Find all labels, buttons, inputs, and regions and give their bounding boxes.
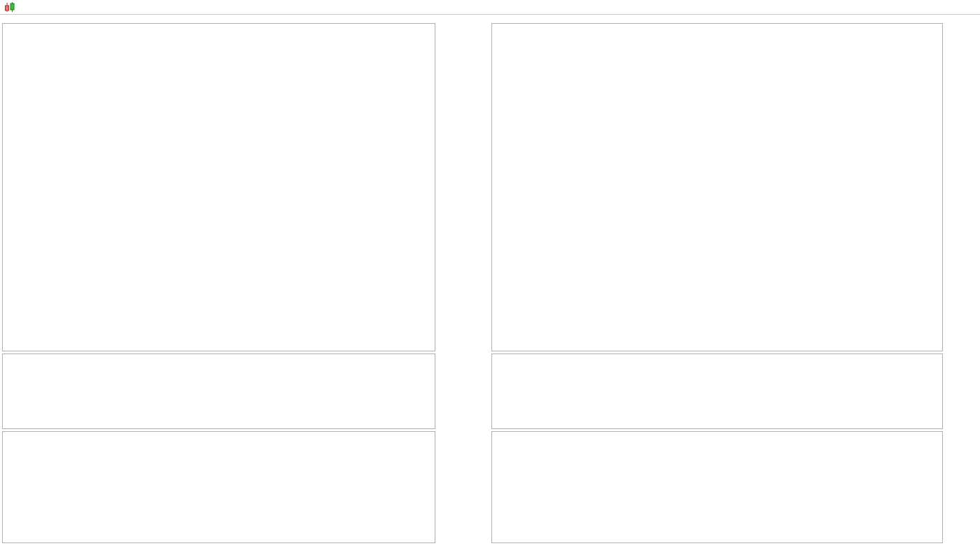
candlestick-logo-icon: [4, 2, 16, 14]
weekly-price-axis[interactable]: [437, 23, 490, 350]
daily-volume-panel: [491, 354, 943, 429]
weekly-price-plot[interactable]: [3, 24, 435, 351]
weekly-volume-axis[interactable]: [437, 354, 490, 428]
daily-volume-plot[interactable]: [492, 354, 942, 428]
timeframe-title-weekly: [0, 14, 490, 23]
header-bar: [0, 0, 980, 15]
instrument-titlebar: [20, 2, 53, 12]
copyright-note: [5, 342, 13, 350]
daily-price-axis[interactable]: [944, 23, 980, 350]
daily-volume-axis[interactable]: [944, 354, 980, 428]
daily-price-panel: [491, 23, 943, 351]
daily-date-axis[interactable]: [491, 544, 941, 560]
prorealtime-workspace: [0, 0, 980, 560]
weekly-volume-panel: [2, 354, 435, 429]
weekly-rs-axis[interactable]: [437, 431, 490, 542]
weekly-price-panel: [2, 23, 435, 351]
weekly-rs-panel: [2, 431, 435, 543]
copyright-note: [494, 342, 503, 350]
weekly-volume-plot[interactable]: [3, 354, 435, 428]
daily-rs-plot[interactable]: [492, 432, 942, 542]
daily-rs-axis[interactable]: [944, 431, 980, 542]
timeframe-title-daily: [490, 14, 980, 23]
daily-rs-panel: [491, 431, 943, 543]
daily-price-plot[interactable]: [492, 24, 942, 351]
weekly-date-axis[interactable]: [2, 544, 434, 560]
weekly-rs-plot[interactable]: [3, 432, 435, 542]
